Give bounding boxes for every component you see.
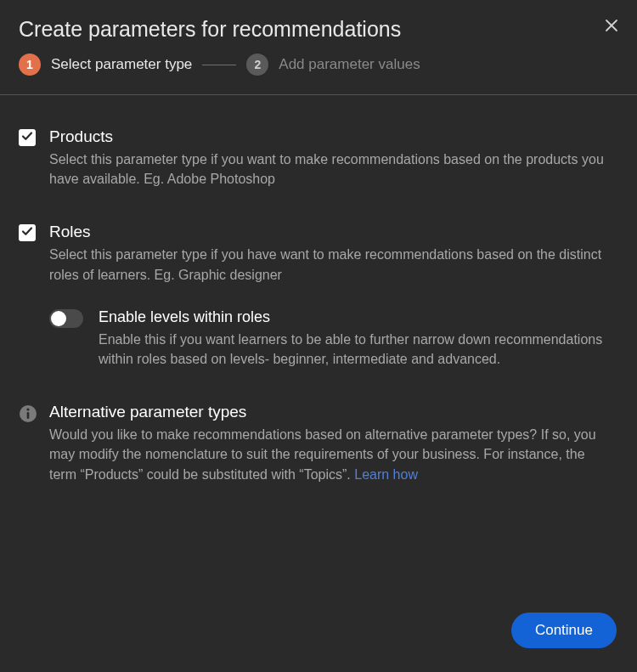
learn-how-link[interactable]: Learn how: [354, 467, 418, 482]
option-products: Products Select this parameter type if y…: [19, 127, 608, 189]
roles-title: Roles: [49, 223, 608, 241]
info-icon: [19, 404, 37, 423]
products-desc: Select this parameter type if you want t…: [49, 150, 608, 189]
roles-checkbox[interactable]: [19, 224, 36, 241]
alternative-desc: Would you like to make recommendations b…: [49, 425, 608, 484]
roles-content: Roles Select this parameter type if you …: [49, 223, 608, 369]
modal-header: Create parameters for recommendations: [0, 0, 637, 54]
levels-desc: Enable this if you want learners to be a…: [99, 330, 608, 369]
step-1[interactable]: 1 Select parameter type: [19, 54, 192, 76]
close-button[interactable]: [605, 17, 618, 36]
roles-desc: Select this parameter type if you have w…: [49, 245, 608, 284]
step-1-label: Select parameter type: [51, 56, 192, 73]
products-checkbox[interactable]: [19, 129, 36, 146]
toggle-knob: [51, 311, 66, 326]
step-1-number: 1: [19, 54, 41, 76]
option-roles: Roles Select this parameter type if you …: [19, 223, 608, 369]
checkmark-icon: [21, 225, 33, 240]
alternative-desc-text: Would you like to make recommendations b…: [49, 427, 596, 481]
step-connector: [202, 65, 236, 65]
checkmark-icon: [21, 130, 33, 145]
levels-toggle[interactable]: [49, 309, 83, 328]
modal-body: Products Select this parameter type if y…: [0, 95, 637, 613]
products-title: Products: [49, 127, 608, 146]
step-2-number: 2: [246, 54, 268, 76]
create-parameters-modal: Create parameters for recommendations 1 …: [0, 0, 637, 672]
alternative-title: Alternative parameter types: [49, 403, 608, 421]
levels-content: Enable levels within roles Enable this i…: [99, 308, 608, 369]
levels-title: Enable levels within roles: [99, 308, 608, 326]
roles-levels-suboption: Enable levels within roles Enable this i…: [49, 308, 608, 369]
svg-point-4: [26, 409, 29, 411]
stepper: 1 Select parameter type 2 Add parameter …: [0, 54, 637, 94]
step-2-label: Add parameter values: [279, 56, 420, 73]
step-2[interactable]: 2 Add parameter values: [246, 54, 420, 76]
products-content: Products Select this parameter type if y…: [49, 127, 608, 189]
continue-button[interactable]: Continue: [511, 613, 617, 648]
svg-rect-3: [27, 412, 30, 419]
option-alternative: Alternative parameter types Would you li…: [19, 403, 608, 484]
modal-footer: Continue: [0, 613, 637, 672]
alternative-content: Alternative parameter types Would you li…: [49, 403, 608, 484]
modal-title: Create parameters for recommendations: [19, 17, 401, 42]
close-icon: [605, 15, 618, 37]
